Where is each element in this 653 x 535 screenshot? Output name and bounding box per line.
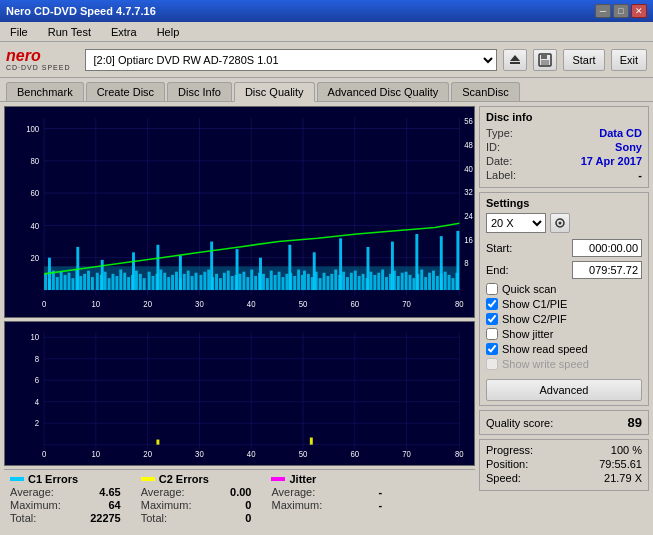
drive-select[interactable]: [2:0] Optiarc DVD RW AD-7280S 1.01 (85, 49, 498, 71)
end-input[interactable] (572, 261, 642, 279)
maximize-button[interactable]: □ (613, 4, 629, 18)
eject-button[interactable] (503, 49, 527, 71)
save-button[interactable] (533, 49, 557, 71)
settings-icon-btn[interactable] (550, 213, 570, 233)
svg-rect-153 (156, 245, 159, 290)
svg-text:8: 8 (464, 259, 469, 268)
svg-rect-147 (452, 278, 455, 290)
svg-rect-151 (101, 260, 104, 290)
nero-logo-text: nero (6, 48, 71, 64)
svg-rect-114 (323, 273, 326, 290)
quality-label: Quality score: (486, 417, 553, 429)
svg-rect-110 (307, 274, 310, 290)
svg-rect-81 (195, 273, 198, 290)
c2-max-value: 0 (211, 499, 251, 511)
tab-scan-disc[interactable]: ScanDisc (451, 82, 519, 101)
tab-disc-quality[interactable]: Disc Quality (234, 82, 315, 102)
svg-rect-74 (167, 277, 170, 290)
jitter-max-label: Maximum: (271, 499, 322, 511)
advanced-button[interactable]: Advanced (486, 379, 642, 401)
speed-select[interactable]: 20 X (486, 213, 546, 233)
svg-rect-78 (183, 274, 186, 290)
svg-rect-165 (456, 231, 459, 290)
svg-rect-88 (223, 273, 226, 290)
svg-rect-104 (285, 274, 288, 290)
window-title: Nero CD-DVD Speed 4.7.7.16 (6, 5, 156, 17)
svg-rect-83 (203, 272, 206, 290)
start-input[interactable] (572, 239, 642, 257)
svg-rect-100 (270, 271, 273, 290)
menu-run-test[interactable]: Run Test (42, 25, 97, 39)
svg-rect-126 (369, 272, 372, 290)
c1-total-value: 22275 (81, 512, 121, 524)
close-button[interactable]: ✕ (631, 4, 647, 18)
svg-rect-124 (362, 274, 365, 290)
svg-rect-56 (96, 273, 99, 290)
exit-button[interactable]: Exit (611, 49, 647, 71)
show-read-speed-checkbox[interactable] (486, 343, 498, 355)
svg-rect-122 (354, 271, 357, 290)
main-content: 100 80 60 40 20 56 48 40 32 24 16 8 0 10… (0, 102, 653, 531)
svg-rect-109 (303, 271, 306, 290)
c2-max-row: Maximum: 0 (141, 499, 252, 511)
quick-scan-label: Quick scan (502, 283, 556, 295)
progress-label: Progress: (486, 444, 533, 456)
tab-benchmark[interactable]: Benchmark (6, 82, 84, 101)
menu-extra[interactable]: Extra (105, 25, 143, 39)
svg-text:24: 24 (464, 212, 473, 221)
show-write-speed-checkbox[interactable] (486, 358, 498, 370)
start-time-row: Start: (486, 239, 642, 257)
quality-panel: Quality score: 89 (479, 410, 649, 435)
jitter-color-dot (271, 477, 285, 481)
svg-text:60: 60 (30, 189, 39, 198)
svg-rect-128 (377, 273, 380, 290)
show-jitter-checkbox[interactable] (486, 328, 498, 340)
c2-avg-value: 0.00 (211, 486, 251, 498)
c1-max-value: 64 (81, 499, 121, 511)
c1-avg-value: 4.65 (81, 486, 121, 498)
show-c2pif-checkbox[interactable] (486, 313, 498, 325)
svg-rect-107 (297, 270, 300, 290)
jitter-avg-row: Average: - (271, 486, 382, 498)
svg-rect-96 (254, 276, 257, 290)
svg-rect-46 (56, 277, 59, 290)
window-controls: ─ □ ✕ (595, 4, 647, 18)
show-read-speed-label: Show read speed (502, 343, 588, 355)
menu-help[interactable]: Help (151, 25, 186, 39)
svg-rect-163 (415, 234, 418, 290)
settings-title: Settings (486, 197, 642, 209)
speed-row: Speed: 21.79 X (486, 472, 642, 484)
show-c2pif-label: Show C2/PIF (502, 313, 567, 325)
c2-total-row: Total: 0 (141, 512, 252, 524)
c1-total-row: Total: 22275 (10, 512, 121, 524)
svg-rect-73 (163, 273, 166, 290)
quick-scan-checkbox[interactable] (486, 283, 498, 295)
svg-rect-64 (127, 277, 130, 290)
tab-disc-info[interactable]: Disc Info (167, 82, 232, 101)
svg-rect-54 (87, 271, 90, 290)
svg-rect-52 (79, 276, 82, 290)
tab-advanced-disc-quality[interactable]: Advanced Disc Quality (317, 82, 450, 101)
disc-type-row: Type: Data CD (486, 127, 642, 139)
svg-point-199 (559, 222, 562, 225)
disc-id-value: Sony (615, 141, 642, 153)
minimize-button[interactable]: ─ (595, 4, 611, 18)
svg-rect-130 (385, 277, 388, 290)
tab-create-disc[interactable]: Create Disc (86, 82, 165, 101)
c2-legend-header: C2 Errors (141, 473, 252, 485)
show-c1pie-checkbox[interactable] (486, 298, 498, 310)
show-read-speed-row: Show read speed (486, 343, 642, 355)
svg-text:80: 80 (455, 450, 464, 459)
start-button[interactable]: Start (563, 49, 604, 71)
end-time-row: End: (486, 261, 642, 279)
svg-text:30: 30 (195, 450, 204, 459)
svg-text:60: 60 (350, 300, 359, 309)
menu-file[interactable]: File (4, 25, 34, 39)
svg-rect-155 (210, 242, 213, 290)
svg-rect-70 (152, 276, 155, 290)
svg-rect-102 (278, 272, 281, 290)
toolbar: nero CD·DVD SPEED [2:0] Optiarc DVD RW A… (0, 42, 653, 78)
svg-text:32: 32 (464, 188, 473, 197)
svg-text:6: 6 (35, 376, 40, 385)
svg-rect-119 (342, 272, 345, 290)
